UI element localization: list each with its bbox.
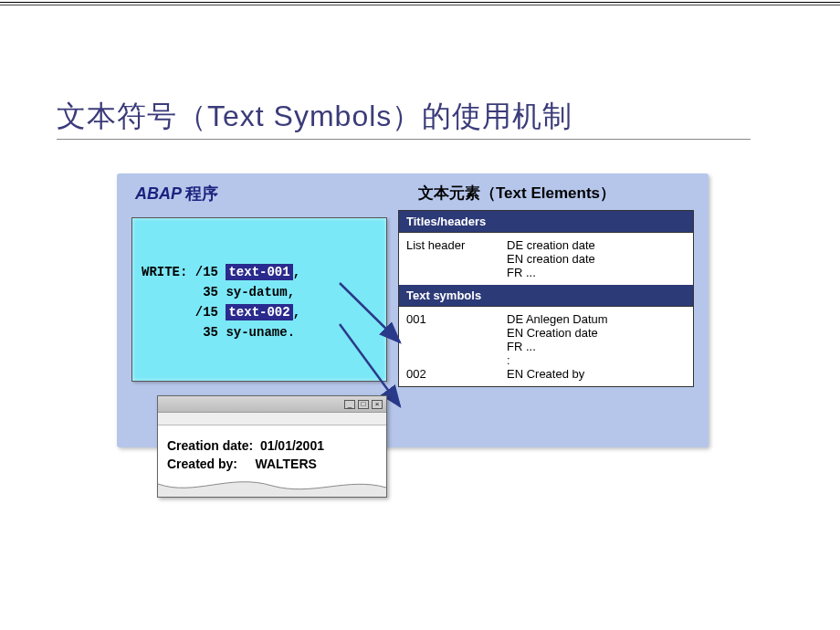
header-line: DE creation date (507, 238, 686, 252)
code-line-4: 35 sy-uname. (142, 322, 377, 342)
header-line: FR ... (507, 266, 686, 279)
output-window: _ □ × Creation date: 01/01/2001 Created … (157, 395, 387, 498)
text-elements-panel: Titles/headers List header DE creation d… (398, 210, 694, 387)
symbol-id: 001 (406, 312, 507, 367)
slide-top-lines (0, 0, 840, 26)
output-titlebar: _ □ × (158, 396, 386, 413)
maximize-icon[interactable]: □ (358, 400, 369, 409)
symbol-line: : (507, 353, 686, 367)
abap-code-panel: WRITE: /15 text-001, 35 sy-datum, /15 te… (131, 217, 387, 382)
symbol-line: DE Anlegen Datum (507, 312, 686, 326)
header-line: EN creation date (507, 252, 686, 266)
symbol-id: 002 (406, 367, 507, 381)
symbol-line: FR ... (507, 340, 686, 353)
text-002-symbol: text-002 (226, 304, 292, 320)
close-icon[interactable]: × (372, 400, 383, 409)
titles-headers-header: Titles/headers (399, 211, 693, 233)
abap-program-label: ABAP 程序 (135, 183, 218, 205)
text-elements-label: 文本元素（Text Elements） (418, 183, 615, 204)
slide-title: 文本符号（Text Symbols）的使用机制 (57, 97, 572, 137)
code-line-3: /15 text-002, (142, 302, 377, 322)
output-row-2: Created by: WALTERS (167, 455, 377, 473)
abap-label-prefix: ABAP (135, 184, 181, 203)
output-toolbar (158, 413, 386, 425)
code-line-1: WRITE: /15 text-001, (142, 262, 377, 282)
text-symbols-header: Text symbols (399, 285, 693, 307)
text-symbols-body: 001 DE Anlegen Datum EN Creation date FR… (399, 307, 693, 386)
symbol-line: EN Creation date (507, 326, 686, 340)
titles-headers-body: List header DE creation date EN creation… (399, 233, 693, 285)
abap-label-suffix: 程序 (185, 184, 218, 203)
title-underline (57, 139, 751, 140)
output-row-1: Creation date: 01/01/2001 (167, 436, 377, 455)
output-content: Creation date: 01/01/2001 Created by: WA… (158, 425, 386, 497)
code-line-2: 35 sy-datum, (142, 282, 377, 302)
list-header-label: List header (406, 238, 507, 279)
torn-edge (158, 477, 386, 497)
text-001-symbol: text-001 (226, 264, 292, 280)
minimize-icon[interactable]: _ (344, 400, 355, 409)
symbol-line: EN Created by (507, 367, 686, 381)
